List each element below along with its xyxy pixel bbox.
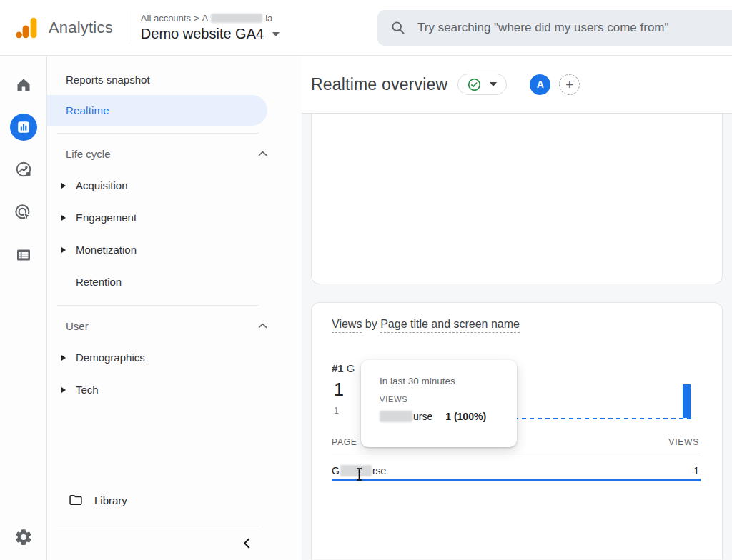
sidebar-item-library[interactable]: Library [47, 484, 302, 516]
expand-arrow-icon[interactable] [61, 355, 66, 361]
sidebar-item-acquisition[interactable]: Acquisition [47, 169, 302, 201]
metric-selector-link[interactable]: Views [332, 318, 362, 333]
chevron-down-icon [490, 82, 497, 86]
breadcrumb-path[interactable]: All accounts > A ia [141, 13, 280, 24]
sidebar-item-label: Retention [76, 276, 122, 288]
table-header-divider [332, 454, 701, 454]
chart-tooltip: In last 30 minutes VIEWS urse 1 (100%) [361, 360, 517, 447]
chevron-up-icon [258, 323, 267, 329]
report-nav-sidebar: Reports snapshot Realtime Life cycle Acq… [47, 56, 302, 560]
breadcrumb-separator: > [194, 13, 199, 24]
search-input[interactable] [417, 21, 732, 35]
data-quality-dropdown[interactable] [458, 74, 507, 95]
explore-icon[interactable] [9, 155, 38, 184]
sidebar-item-realtime[interactable]: Realtime [47, 95, 267, 126]
column-header-page: PAGE [332, 437, 357, 447]
product-name: Analytics [49, 19, 113, 37]
chart-y-axis-label: 1 [334, 406, 339, 416]
google-analytics-logo-icon [14, 15, 39, 41]
row-percentage-bar [332, 479, 701, 481]
table-row-value: 1 [693, 465, 699, 476]
search-bar[interactable] [377, 10, 732, 46]
rank-item-prefix: G [347, 362, 355, 374]
page-title: Realtime overview [311, 75, 447, 94]
text-cursor-icon [355, 467, 364, 481]
section-title: Life cycle [66, 148, 111, 160]
section-title: User [66, 320, 89, 332]
sidebar-item-label: Engagement [76, 211, 137, 224]
sidebar-item-engagement[interactable]: Engagement [47, 201, 302, 234]
analytics-logo[interactable]: Analytics [0, 15, 113, 41]
search-icon [390, 20, 406, 36]
expand-arrow-icon[interactable] [61, 387, 66, 393]
tooltip-metric-label: VIEWS [380, 395, 517, 404]
sidebar-item-label: Demographics [76, 351, 145, 364]
tooltip-row-value: 1 (100%) [445, 411, 486, 422]
report-header: Realtime overview A + [302, 56, 732, 114]
rank-number: #1 [332, 362, 344, 374]
sidebar-item-label: Acquisition [76, 179, 128, 191]
tooltip-row: urse 1 (100%) [380, 411, 517, 422]
sidebar-item-tech[interactable]: Tech [47, 374, 302, 406]
add-comparison-button[interactable]: + [559, 74, 580, 95]
column-header-views: VIEWS [668, 437, 699, 447]
top-item-rank: #1 G [332, 362, 355, 374]
sidebar-item-label: Monetization [76, 244, 137, 256]
admin-list-icon[interactable] [9, 241, 38, 269]
expand-arrow-icon[interactable] [61, 247, 66, 253]
main-content: Realtime overview A + Views by Page titl… [302, 56, 732, 560]
header-divider [129, 11, 129, 44]
metric-value: 1 [334, 379, 344, 400]
tooltip-row-suffix: urse [413, 411, 432, 422]
row-text-suffix: rse [372, 465, 386, 476]
chevron-down-icon [272, 32, 280, 36]
section-header-user[interactable]: User [47, 310, 302, 341]
library-label: Library [94, 494, 127, 506]
property-selector[interactable]: Demo website GA4 [141, 26, 280, 42]
breadcrumb-all-accounts[interactable]: All accounts [141, 13, 191, 24]
breadcrumb-account-prefix: A [202, 13, 209, 24]
folder-icon [69, 494, 83, 506]
icon-rail [0, 56, 47, 560]
card-title-by: by [362, 318, 380, 330]
sidebar-item-demographics[interactable]: Demographics [47, 341, 302, 374]
row-text-prefix: G [332, 465, 340, 476]
dimension-selector-link[interactable]: Page title and screen name [380, 318, 520, 333]
sidebar-divider [57, 305, 259, 306]
redacted-page-title [380, 411, 412, 422]
expand-arrow-icon[interactable] [61, 215, 66, 221]
sidebar-item-retention[interactable]: Retention [47, 266, 302, 298]
sidebar-divider [57, 133, 259, 134]
redacted-account-name [211, 14, 262, 23]
advertising-icon[interactable] [9, 198, 38, 226]
breadcrumb-account-suffix: ia [265, 13, 272, 24]
comparison-avatar[interactable]: A [530, 74, 550, 95]
sidebar-item-monetization[interactable]: Monetization [47, 234, 302, 266]
section-header-life-cycle[interactable]: Life cycle [47, 138, 302, 169]
expand-arrow-icon[interactable] [61, 183, 66, 189]
chevron-up-icon [258, 151, 267, 156]
card-partial-top [311, 114, 723, 284]
tooltip-title: In last 30 minutes [380, 376, 517, 386]
card-views-by-page-title: Views by Page title and screen name #1 G… [311, 302, 723, 559]
breadcrumb: All accounts > A ia Demo website GA4 [141, 13, 280, 42]
collapse-chevron-left-icon[interactable] [242, 538, 252, 549]
sidebar-footer [47, 526, 302, 560]
property-name: Demo website GA4 [141, 26, 264, 42]
app-header: Analytics All accounts > A ia Demo websi… [0, 0, 732, 56]
home-icon[interactable] [9, 71, 38, 99]
reports-icon[interactable] [10, 114, 37, 141]
report-scroll-area[interactable]: Views by Page title and screen name #1 G… [302, 114, 732, 560]
sparkline-bar[interactable] [683, 384, 691, 418]
check-circle-icon [468, 78, 481, 91]
card-title: Views by Page title and screen name [332, 318, 520, 331]
sidebar-item-reports-snapshot[interactable]: Reports snapshot [47, 64, 302, 95]
settings-gear-icon[interactable] [9, 523, 38, 551]
sidebar-item-label: Tech [76, 384, 99, 396]
